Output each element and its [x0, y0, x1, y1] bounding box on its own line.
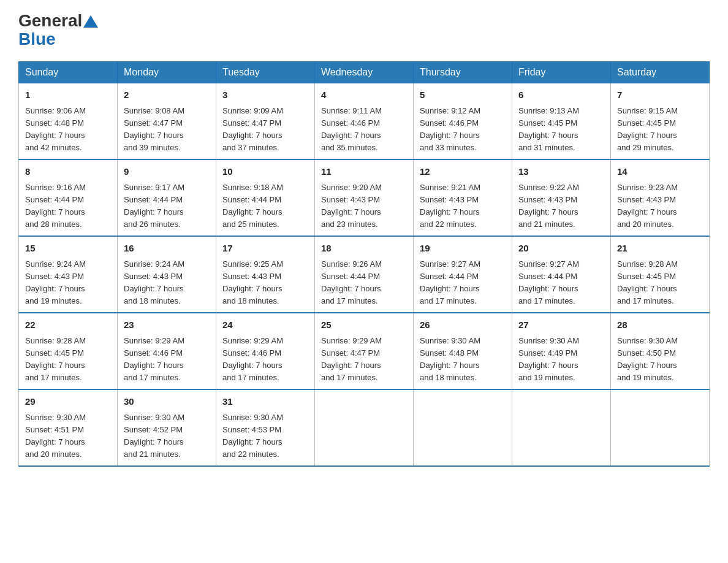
- day-info: Sunrise: 9:24 AMSunset: 4:43 PMDaylight:…: [124, 258, 210, 308]
- day-info: Sunrise: 9:17 AMSunset: 4:44 PMDaylight:…: [124, 182, 210, 231]
- calendar-day-cell: 14Sunrise: 9:23 AMSunset: 4:43 PMDayligh…: [611, 159, 710, 236]
- calendar-week-row: 22Sunrise: 9:28 AMSunset: 4:45 PMDayligh…: [19, 313, 710, 389]
- day-info: Sunrise: 9:06 AMSunset: 4:48 PMDaylight:…: [25, 105, 111, 155]
- logo-triangle-icon: [83, 15, 98, 28]
- column-header-tuesday: Tuesday: [216, 62, 315, 83]
- calendar-day-cell: 6Sunrise: 9:13 AMSunset: 4:45 PMDaylight…: [512, 83, 611, 160]
- day-number: 5: [420, 88, 506, 102]
- logo-general-text: General: [18, 12, 98, 29]
- empty-day-cell: [512, 389, 611, 466]
- calendar-day-cell: 4Sunrise: 9:11 AMSunset: 4:46 PMDaylight…: [315, 83, 414, 160]
- day-number: 8: [25, 165, 111, 179]
- calendar-day-cell: 21Sunrise: 9:28 AMSunset: 4:45 PMDayligh…: [611, 236, 710, 313]
- day-info: Sunrise: 9:29 AMSunset: 4:46 PMDaylight:…: [124, 335, 210, 385]
- day-number: 1: [25, 88, 111, 102]
- calendar-day-cell: 15Sunrise: 9:24 AMSunset: 4:43 PMDayligh…: [19, 236, 118, 313]
- day-info: Sunrise: 9:30 AMSunset: 4:51 PMDaylight:…: [25, 412, 111, 461]
- day-number: 13: [518, 165, 604, 179]
- empty-day-cell: [315, 389, 414, 466]
- day-number: 24: [222, 318, 308, 332]
- day-number: 3: [222, 88, 308, 102]
- day-info: Sunrise: 9:30 AMSunset: 4:48 PMDaylight:…: [420, 335, 506, 385]
- calendar-day-cell: 16Sunrise: 9:24 AMSunset: 4:43 PMDayligh…: [118, 236, 216, 313]
- calendar-week-row: 1Sunrise: 9:06 AMSunset: 4:48 PMDaylight…: [19, 83, 710, 160]
- calendar-day-cell: 24Sunrise: 9:29 AMSunset: 4:46 PMDayligh…: [216, 313, 315, 389]
- day-number: 23: [124, 318, 210, 332]
- calendar-day-cell: 28Sunrise: 9:30 AMSunset: 4:50 PMDayligh…: [611, 313, 710, 389]
- calendar-day-cell: 20Sunrise: 9:27 AMSunset: 4:44 PMDayligh…: [512, 236, 611, 313]
- day-info: Sunrise: 9:11 AMSunset: 4:46 PMDaylight:…: [321, 105, 407, 155]
- day-info: Sunrise: 9:30 AMSunset: 4:50 PMDaylight:…: [617, 335, 703, 385]
- day-info: Sunrise: 9:12 AMSunset: 4:46 PMDaylight:…: [420, 105, 506, 155]
- calendar-day-cell: 22Sunrise: 9:28 AMSunset: 4:45 PMDayligh…: [19, 313, 118, 389]
- day-number: 12: [420, 165, 506, 179]
- day-number: 2: [124, 88, 210, 102]
- column-header-saturday: Saturday: [611, 62, 710, 83]
- calendar-day-cell: 13Sunrise: 9:22 AMSunset: 4:43 PMDayligh…: [512, 159, 611, 236]
- calendar-day-cell: 27Sunrise: 9:30 AMSunset: 4:49 PMDayligh…: [512, 313, 611, 389]
- calendar-day-cell: 5Sunrise: 9:12 AMSunset: 4:46 PMDaylight…: [414, 83, 512, 160]
- day-info: Sunrise: 9:20 AMSunset: 4:43 PMDaylight:…: [321, 182, 407, 231]
- day-number: 26: [420, 318, 506, 332]
- logo-blue-text: Blue: [18, 29, 56, 49]
- day-number: 29: [25, 395, 111, 409]
- day-info: Sunrise: 9:29 AMSunset: 4:46 PMDaylight:…: [222, 335, 308, 385]
- column-header-monday: Monday: [118, 62, 216, 83]
- day-number: 9: [124, 165, 210, 179]
- day-info: Sunrise: 9:27 AMSunset: 4:44 PMDaylight:…: [518, 258, 604, 308]
- day-number: 20: [518, 242, 604, 256]
- page-header: General Blue: [18, 12, 710, 49]
- calendar-table: SundayMondayTuesdayWednesdayThursdayFrid…: [18, 61, 710, 467]
- day-number: 6: [518, 88, 604, 102]
- day-info: Sunrise: 9:23 AMSunset: 4:43 PMDaylight:…: [617, 182, 703, 231]
- calendar-day-cell: 8Sunrise: 9:16 AMSunset: 4:44 PMDaylight…: [19, 159, 118, 236]
- day-info: Sunrise: 9:30 AMSunset: 4:49 PMDaylight:…: [518, 335, 604, 385]
- day-number: 11: [321, 165, 407, 179]
- calendar-day-cell: 19Sunrise: 9:27 AMSunset: 4:44 PMDayligh…: [414, 236, 512, 313]
- day-number: 17: [222, 242, 308, 256]
- calendar-week-row: 29Sunrise: 9:30 AMSunset: 4:51 PMDayligh…: [19, 389, 710, 466]
- day-info: Sunrise: 9:28 AMSunset: 4:45 PMDaylight:…: [25, 335, 111, 385]
- calendar-day-cell: 2Sunrise: 9:08 AMSunset: 4:47 PMDaylight…: [118, 83, 216, 160]
- column-header-wednesday: Wednesday: [315, 62, 414, 83]
- day-number: 30: [124, 395, 210, 409]
- day-info: Sunrise: 9:29 AMSunset: 4:47 PMDaylight:…: [321, 335, 407, 385]
- day-info: Sunrise: 9:09 AMSunset: 4:47 PMDaylight:…: [222, 105, 308, 155]
- day-info: Sunrise: 9:30 AMSunset: 4:53 PMDaylight:…: [222, 412, 308, 461]
- day-info: Sunrise: 9:22 AMSunset: 4:43 PMDaylight:…: [518, 182, 604, 231]
- day-number: 21: [617, 242, 703, 256]
- calendar-day-cell: 23Sunrise: 9:29 AMSunset: 4:46 PMDayligh…: [118, 313, 216, 389]
- calendar-header-row: SundayMondayTuesdayWednesdayThursdayFrid…: [19, 62, 710, 83]
- calendar-day-cell: 25Sunrise: 9:29 AMSunset: 4:47 PMDayligh…: [315, 313, 414, 389]
- calendar-day-cell: 10Sunrise: 9:18 AMSunset: 4:44 PMDayligh…: [216, 159, 315, 236]
- day-info: Sunrise: 9:15 AMSunset: 4:45 PMDaylight:…: [617, 105, 703, 155]
- day-number: 25: [321, 318, 407, 332]
- day-number: 18: [321, 242, 407, 256]
- calendar-day-cell: 29Sunrise: 9:30 AMSunset: 4:51 PMDayligh…: [19, 389, 118, 466]
- day-number: 19: [420, 242, 506, 256]
- calendar-week-row: 15Sunrise: 9:24 AMSunset: 4:43 PMDayligh…: [19, 236, 710, 313]
- column-header-thursday: Thursday: [414, 62, 512, 83]
- day-info: Sunrise: 9:13 AMSunset: 4:45 PMDaylight:…: [518, 105, 604, 155]
- calendar-day-cell: 12Sunrise: 9:21 AMSunset: 4:43 PMDayligh…: [414, 159, 512, 236]
- day-number: 16: [124, 242, 210, 256]
- calendar-day-cell: 26Sunrise: 9:30 AMSunset: 4:48 PMDayligh…: [414, 313, 512, 389]
- day-info: Sunrise: 9:25 AMSunset: 4:43 PMDaylight:…: [222, 258, 308, 308]
- day-info: Sunrise: 9:28 AMSunset: 4:45 PMDaylight:…: [617, 258, 703, 308]
- calendar-day-cell: 18Sunrise: 9:26 AMSunset: 4:44 PMDayligh…: [315, 236, 414, 313]
- day-number: 4: [321, 88, 407, 102]
- calendar-day-cell: 7Sunrise: 9:15 AMSunset: 4:45 PMDaylight…: [611, 83, 710, 160]
- day-number: 10: [222, 165, 308, 179]
- calendar-day-cell: 9Sunrise: 9:17 AMSunset: 4:44 PMDaylight…: [118, 159, 216, 236]
- day-info: Sunrise: 9:16 AMSunset: 4:44 PMDaylight:…: [25, 182, 111, 231]
- day-info: Sunrise: 9:08 AMSunset: 4:47 PMDaylight:…: [124, 105, 210, 155]
- day-number: 15: [25, 242, 111, 256]
- day-info: Sunrise: 9:30 AMSunset: 4:52 PMDaylight:…: [124, 412, 210, 461]
- day-number: 27: [518, 318, 604, 332]
- logo: General Blue: [18, 12, 98, 49]
- column-header-friday: Friday: [512, 62, 611, 83]
- day-number: 7: [617, 88, 703, 102]
- calendar-day-cell: 11Sunrise: 9:20 AMSunset: 4:43 PMDayligh…: [315, 159, 414, 236]
- day-info: Sunrise: 9:24 AMSunset: 4:43 PMDaylight:…: [25, 258, 111, 308]
- day-number: 28: [617, 318, 703, 332]
